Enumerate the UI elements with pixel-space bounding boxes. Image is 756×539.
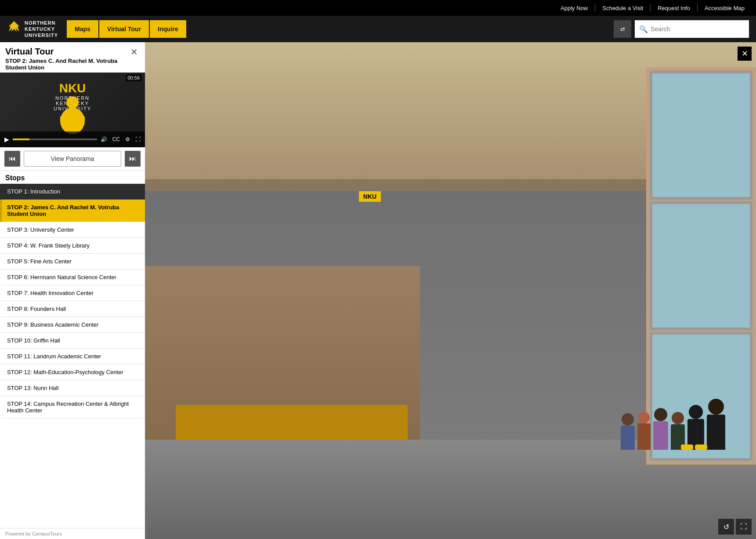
apply-now-button[interactable]: Apply Now [553,0,595,16]
left-panel: Virtual Tour STOP 2: James C. And Rachel… [0,42,145,539]
main-navigation-bar: NORTHERN KENTUCKY UNIVERSITY Maps Virtua… [0,16,756,42]
window-pane-2 [650,201,752,330]
panorama-fullscreen-button[interactable]: ⛶ [736,519,752,535]
nku-logo[interactable]: NORTHERN KENTUCKY UNIVERSITY [7,20,58,39]
panorama-fullscreen-icon: ⛶ [740,523,747,531]
stop-item-11[interactable]: STOP 11: Landrum Academic Center [0,349,145,364]
cc-button[interactable]: CC [111,135,122,143]
close-panel-button[interactable]: ✕ [129,47,140,57]
search-icon: 🔍 [639,25,648,33]
view-panorama-button[interactable]: View Panorama [24,151,121,167]
person-6 [707,399,725,450]
window-pane-1 [650,71,752,200]
person-5 [687,405,704,450]
video-progress-bar[interactable] [13,138,97,140]
nku-banner: NKU [359,191,381,202]
yellow-shoes [681,444,707,450]
svg-marker-0 [9,21,19,32]
top-navigation-bar: Apply Now Schedule a Visit Request Info … [0,0,756,16]
panel-title-area: Virtual Tour STOP 2: James C. And Rachel… [5,47,129,71]
panel-subtitle: STOP 2: James C. And Rachel M. Votruba S… [5,58,129,71]
main-layout: Virtual Tour STOP 2: James C. And Rachel… [0,42,756,539]
person-3 [653,408,668,450]
panel-title: Virtual Tour [5,47,129,57]
nku-flame-icon [7,20,21,38]
maps-nav-button[interactable]: Maps [67,20,98,38]
settings-button[interactable]: ⚙ [123,135,132,143]
powered-by: Powered by CampusTours [0,528,145,539]
people-group [621,399,725,450]
gear-icon: ⚙ [125,136,130,142]
stops-section: Stops STOP 1: IntroductionSTOP 2: James … [0,171,145,528]
next-stop-button[interactable]: ⏭ [125,151,141,167]
search-input[interactable] [651,25,745,33]
panorama-scene: NKU [145,42,756,539]
prev-stop-icon: ⏮ [9,155,16,163]
panorama-close-button[interactable]: ✕ [738,47,752,61]
inquire-nav-button[interactable]: Inquire [150,20,186,38]
panorama-panel: NKU ✕ ↺ ⛶ [145,42,756,539]
fullscreen-video-button[interactable]: ⛶ [134,135,142,143]
search-bar[interactable]: 🔍 [635,20,749,38]
stop-item-8[interactable]: STOP 8: Founders Hall [0,301,145,317]
person-1 [621,413,635,450]
virtual-tour-nav-button[interactable]: Virtual Tour [99,20,149,38]
previous-stop-button[interactable]: ⏮ [4,151,20,167]
stop-item-4[interactable]: STOP 4: W. Frank Steely Library [0,238,145,254]
shoe-left [681,444,693,450]
stop-item-10[interactable]: STOP 10: Griffin Hall [0,333,145,349]
reset-icon: ↺ [723,523,729,531]
video-container: NKU NORTHERNKENTUCKYUNIVERSITY 00:56 ▶ [0,73,145,147]
stop-item-1[interactable]: STOP 1: Introduction [0,184,145,200]
stop-item-6[interactable]: STOP 6: Herrmann Natural Science Center [0,270,145,285]
person-2 [637,412,651,450]
schedule-visit-button[interactable]: Schedule a Visit [595,0,650,16]
share-button[interactable]: ⇄ [614,20,631,38]
video-time-badge: 00:56 [126,74,141,81]
video-progress-fill [13,138,29,140]
panorama-controls: ↺ ⛶ [718,519,752,535]
play-icon: ▶ [4,136,9,143]
accessible-map-button[interactable]: Accessible Map [698,0,752,16]
stops-label: Stops [0,171,145,184]
shoe-right [695,444,707,450]
share-icon: ⇄ [620,26,625,33]
stops-list: STOP 1: IntroductionSTOP 2: James C. And… [0,184,145,419]
stop-item-9[interactable]: STOP 9: Business Academic Center [0,317,145,333]
stop-item-12[interactable]: STOP 12: Math-Education-Psychology Cente… [0,364,145,380]
next-stop-icon: ⏭ [129,155,136,163]
stop-item-14[interactable]: STOP 14: Campus Recreation Center & Albr… [0,396,145,419]
panel-header: Virtual Tour STOP 2: James C. And Rachel… [0,42,145,73]
stop-item-13[interactable]: STOP 13: Nunn Hall [0,380,145,396]
video-person-silhouette [51,95,94,134]
cc-icon: CC [112,136,120,142]
stop-item-5[interactable]: STOP 5: Fine Arts Center [0,254,145,270]
svg-point-1 [66,96,79,109]
volume-icon: 🔊 [101,136,107,142]
nku-logo-text: NORTHERN KENTUCKY UNIVERSITY [25,20,58,39]
video-play-button[interactable]: ▶ [3,135,11,144]
request-info-button[interactable]: Request Info [651,0,697,16]
fullscreen-icon: ⛶ [135,136,141,142]
video-controls: ▶ 🔊 CC ⚙ ⛶ [0,131,145,147]
stop-item-3[interactable]: STOP 3: University Center [0,222,145,238]
stop-item-7[interactable]: STOP 7: Health Innovation Center [0,285,145,301]
stop-item-2[interactable]: STOP 2: James C. And Rachel M. Votruba S… [0,200,145,222]
panorama-reset-button[interactable]: ↺ [718,519,734,535]
volume-button[interactable]: 🔊 [99,135,109,143]
stop-navigation-buttons: ⏮ View Panorama ⏭ [0,147,145,171]
close-icon: ✕ [742,49,748,58]
svg-rect-3 [60,117,85,121]
